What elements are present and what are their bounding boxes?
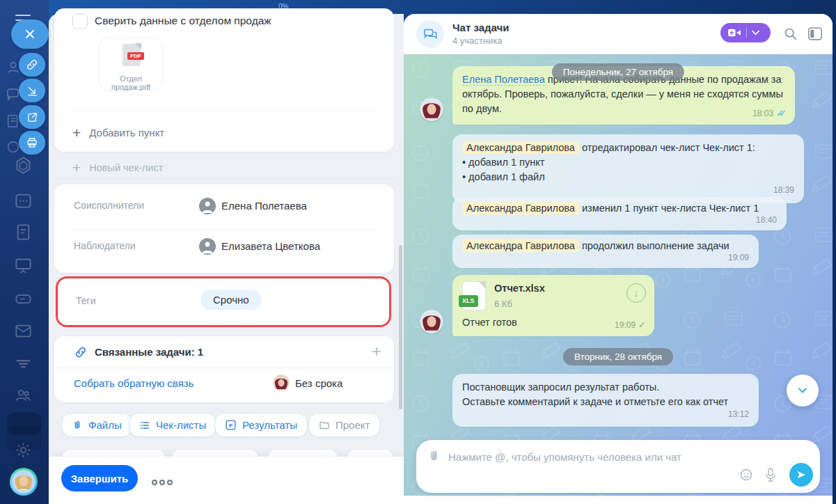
search-icon[interactable] — [783, 26, 798, 41]
actor-name-chip[interactable]: Александра Гаврилова — [462, 202, 579, 214]
send-icon — [796, 469, 807, 480]
video-call-icon — [728, 28, 741, 38]
field-label: Теги — [76, 295, 95, 306]
add-item-label: Добавить пункт — [89, 127, 164, 139]
sidebar-item[interactable] — [7, 426, 42, 451]
panel-toggle-icon[interactable] — [808, 27, 822, 40]
new-checklist-button[interactable]: + Новый чек-лист — [72, 160, 163, 175]
video-call-button[interactable] — [720, 23, 771, 42]
collapse-button[interactable] — [19, 79, 45, 102]
attached-file-card[interactable]: PDF Отдел продаж.pdf — [99, 38, 163, 90]
print-button[interactable] — [19, 131, 45, 155]
tab-label: Результаты — [242, 419, 297, 431]
more-actions-button[interactable] — [152, 475, 175, 488]
presentation-icon — [14, 256, 33, 275]
due-date-value[interactable]: Без срока — [295, 377, 342, 389]
checklist-item-label: Сверить данные с отделом продаж — [95, 15, 271, 27]
double-check-icon: ✓✓ — [776, 108, 787, 118]
plus-icon: + — [72, 125, 81, 140]
message-time: 18:39 — [462, 184, 794, 196]
print-icon — [26, 136, 38, 149]
link-icon — [26, 58, 38, 71]
attach-file-icon[interactable] — [427, 450, 441, 463]
pdf-badge: PDF — [127, 52, 144, 60]
date-separator: Вторник, 28 октября — [563, 348, 673, 365]
emoji-icon[interactable] — [739, 468, 753, 482]
signal-icon — [14, 354, 33, 372]
sender-avatar[interactable] — [420, 310, 443, 333]
actor-name-chip[interactable]: Александра Гаврилова — [462, 239, 579, 252]
chat-participants[interactable]: 4 участника — [452, 36, 502, 46]
close-button[interactable] — [11, 19, 49, 49]
pdf-file-icon: PDF — [123, 44, 141, 66]
actor-name-chip[interactable]: Александра Гаврилова — [462, 141, 579, 154]
close-icon — [24, 29, 36, 40]
blonde-avatar-image — [12, 470, 36, 494]
message-time: 19:09 — [462, 252, 749, 264]
field-label: Наблюдатели — [74, 240, 136, 251]
calendar-icon — [14, 191, 33, 210]
chain-link-icon — [74, 345, 88, 359]
message-text: изменил 1 пункт чек-листа Чек-лист 1 — [582, 203, 759, 214]
panel-scrollbar[interactable] — [399, 245, 402, 409]
chevron-down-icon — [752, 30, 759, 36]
mail-icon — [14, 322, 33, 340]
check-icon: ✓ — [638, 320, 646, 330]
checklist-item-checkbox[interactable] — [72, 14, 88, 29]
tab-project[interactable]: Проект — [308, 413, 380, 437]
open-in-window-button[interactable] — [19, 105, 45, 129]
user-avatar[interactable] — [10, 468, 38, 496]
file-name[interactable]: Отчет.xlsx — [494, 281, 545, 296]
file-size: 6 Кб — [494, 298, 545, 311]
download-icon[interactable]: ↓ — [626, 283, 646, 303]
external-link-icon — [26, 111, 38, 123]
checklist-card: Сверить данные с отделом продаж PDF Отде… — [54, 8, 394, 152]
folder-icon — [319, 420, 330, 431]
new-checklist-label: Новый чек-лист — [89, 162, 163, 173]
related-task-link[interactable]: Собрать обратную связь — [74, 377, 194, 389]
checklist-icon — [139, 420, 150, 431]
person-avatar-icon — [199, 238, 216, 255]
tab-label: Чек-листы — [156, 419, 206, 431]
add-related-task-button[interactable]: + — [372, 342, 381, 361]
highlight-annotation: Теги Срочно — [56, 276, 391, 327]
related-tasks-card: Связанные задачи: 1 + Собрать обратную с… — [54, 336, 394, 402]
message-time: 13:12 — [462, 409, 749, 420]
tab-checklists[interactable]: Чек-листы — [129, 413, 216, 437]
tab-results[interactable]: P Результаты — [214, 413, 308, 437]
related-tasks-title: Связанные задачи: 1 — [95, 346, 203, 358]
message-bullet: • добавил 1 пункт — [462, 155, 794, 170]
xls-badge: XLS — [459, 295, 478, 307]
assignee-avatar[interactable] — [273, 375, 290, 391]
message-text: Постановщик запросил результат работы. — [462, 380, 749, 395]
message-bullet: • добавил 1 файл — [462, 170, 794, 184]
sender-avatar[interactable] — [420, 97, 443, 121]
copy-link-button[interactable] — [19, 53, 45, 77]
tab-label: Файлы — [88, 419, 122, 431]
message-time: 18:40 — [462, 214, 777, 226]
tab-files[interactable]: Файлы — [61, 413, 132, 437]
scroll-to-bottom-button[interactable] — [787, 375, 819, 407]
message-text: отредактировал чек-лист Чек-лист 1: — [582, 142, 755, 153]
svg-text:P: P — [229, 423, 232, 429]
add-checklist-item-button[interactable]: + Добавить пункт — [72, 125, 164, 140]
users-icon — [14, 386, 33, 404]
author-mention-link[interactable]: Елена Полетаева — [462, 74, 545, 86]
xls-file-icon: XLS — [462, 281, 486, 310]
task-details-panel: Сверить данные с отделом продаж PDF Отде… — [49, 0, 404, 504]
observer-name[interactable]: Елизавета Цветкова — [221, 240, 320, 252]
coexecutor-name[interactable]: Елена Полетаева — [221, 200, 307, 212]
message-input[interactable] — [447, 448, 806, 465]
collapse-arrow-icon — [26, 85, 38, 97]
message-input-box — [416, 440, 820, 493]
tag-pill[interactable]: Срочно — [200, 290, 262, 310]
mic-icon[interactable] — [764, 467, 777, 482]
send-message-button[interactable] — [789, 463, 813, 487]
complete-task-button[interactable]: Завершить — [61, 465, 138, 491]
message-text: Оставьте комментарий к задаче и отметьте… — [462, 395, 749, 409]
system-message: Александра Гаврилова отредактировал чек-… — [452, 134, 804, 203]
drive-icon — [14, 290, 33, 308]
system-message: Александра Гаврилова изменил 1 пункт чек… — [452, 197, 787, 230]
file-name: Отдел продаж.pdf — [100, 74, 162, 91]
task-chat-panel: Чат задачи 4 участника — [404, 14, 833, 504]
